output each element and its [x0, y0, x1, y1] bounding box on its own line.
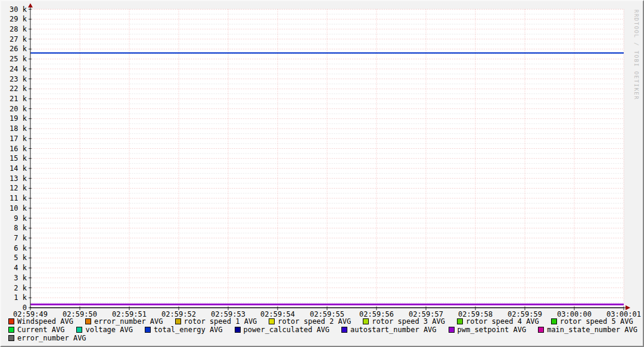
y-tick-label: 8 k — [14, 224, 27, 232]
legend-swatch-rotor-speed-4-avg — [457, 318, 463, 324]
y-tick-label: 26 k — [10, 45, 27, 53]
rrdtool-graph: 01 k2 k3 k4 k5 k6 k7 k8 k9 k10 k11 k12 k… — [0, 0, 644, 347]
y-tick-label: 19 k — [10, 114, 27, 123]
legend-label: error_number AVG — [94, 317, 163, 326]
legend-item-rotor-speed-1-avg: rotor speed 1 AVG — [175, 317, 257, 326]
y-tick-label: 1 k — [14, 293, 27, 302]
legend-swatch-total-energy-avg — [145, 327, 151, 333]
legend-item-main-state-number-avg: main_state_number AVG — [538, 326, 637, 334]
x-axis-arrow — [626, 305, 630, 310]
legend-item-error-number-avg: error_number AVG — [85, 317, 163, 326]
legend-swatch-voltage-avg — [76, 327, 82, 333]
y-tick-label: 14 k — [10, 164, 27, 173]
y-tick-label: 7 k — [14, 234, 27, 242]
legend-swatch-power-calculated-avg — [235, 327, 241, 333]
legend-label: main_state_number AVG — [547, 326, 637, 334]
legend-swatch-rotor-speed-2-avg — [269, 318, 275, 324]
y-tick-label: 10 k — [10, 204, 27, 212]
legend-swatch-rotor-speed-1-avg — [175, 318, 181, 324]
legend-label: rotor speed 5 AVG — [560, 317, 633, 326]
legend-swatch-autostart-number-avg — [341, 327, 347, 333]
y-tick-label: 16 k — [10, 145, 27, 153]
legend-swatch-main-state-number-avg — [538, 327, 544, 333]
chart-plot: 01 k2 k3 k4 k5 k6 k7 k8 k9 k10 k11 k12 k… — [1, 1, 643, 346]
y-tick-label: 15 k — [10, 154, 27, 162]
legend-item-error-number-avg: error_number AVG — [8, 334, 86, 342]
y-tick-label: 5 k — [14, 254, 27, 262]
legend-swatch-error-number-avg — [85, 318, 91, 324]
legend-label: rotor speed 3 AVG — [372, 317, 445, 326]
legend-swatch-current-avg — [8, 327, 14, 333]
legend-swatch-windspeed-avg — [8, 318, 14, 324]
y-tick-label: 9 k — [14, 214, 27, 223]
y-tick-label: 18 k — [10, 124, 27, 133]
legend-label: pwm_setpoint AVG — [458, 326, 527, 334]
legend-label: rotor speed 2 AVG — [278, 317, 351, 326]
y-tick-label: 22 k — [10, 85, 27, 93]
legend-swatch-rotor-speed-5-avg — [551, 318, 557, 324]
legend-label: error_number AVG — [17, 334, 86, 342]
y-tick-label: 3 k — [14, 274, 27, 282]
legend-row: error_number AVG — [8, 334, 640, 342]
legend-item-rotor-speed-4-avg: rotor speed 4 AVG — [457, 317, 539, 326]
y-tick-label: 28 k — [10, 25, 27, 33]
y-tick-label: 12 k — [10, 184, 27, 192]
legend-item-rotor-speed-5-avg: rotor speed 5 AVG — [551, 317, 633, 326]
legend-label: Windspeed AVG — [17, 317, 73, 326]
legend-item-windspeed-avg: Windspeed AVG — [8, 317, 73, 326]
legend: Windspeed AVGerror_number AVGrotor speed… — [8, 317, 640, 342]
y-tick-label: 24 k — [10, 65, 27, 73]
y-axis-arrow — [28, 4, 33, 8]
watermark-text: RRDTOOL / TOBI OETIKER — [633, 10, 639, 100]
y-tick-label: 21 k — [10, 95, 27, 103]
legend-item-autostart-number-avg: autostart_number AVG — [341, 326, 437, 334]
legend-label: rotor speed 1 AVG — [184, 317, 257, 326]
y-tick-label: 25 k — [10, 55, 27, 63]
y-tick-label: 11 k — [10, 194, 27, 202]
y-tick-label: 4 k — [14, 264, 27, 272]
legend-row: Current AVGvoltage AVGtotal_energy AVGpo… — [8, 326, 640, 334]
legend-swatch-rotor-speed-3-avg — [363, 318, 369, 324]
y-tick-label: 2 k — [14, 284, 27, 292]
legend-item-total-energy-avg: total_energy AVG — [145, 326, 223, 334]
legend-label: rotor speed 4 AVG — [466, 317, 539, 326]
y-tick-label: 20 k — [10, 105, 27, 113]
legend-item-power-calculated-avg: power_calculated AVG — [235, 326, 330, 334]
y-tick-label: 29 k — [10, 15, 27, 23]
y-tick-label: 17 k — [10, 135, 27, 143]
legend-label: voltage AVG — [85, 326, 132, 334]
legend-item-rotor-speed-2-avg: rotor speed 2 AVG — [269, 317, 351, 326]
y-tick-label: 27 k — [10, 35, 27, 43]
y-tick-label: 30 k — [10, 5, 27, 14]
legend-label: autostart_number AVG — [350, 326, 437, 334]
legend-label: total_energy AVG — [154, 326, 223, 334]
legend-swatch-pwm-setpoint-avg — [449, 327, 455, 333]
legend-swatch-error-number-avg — [8, 335, 14, 341]
legend-item-pwm-setpoint-avg: pwm_setpoint AVG — [449, 326, 527, 334]
y-tick-label: 6 k — [14, 244, 27, 252]
legend-item-current-avg: Current AVG — [8, 326, 64, 334]
y-tick-label: 13 k — [10, 174, 27, 183]
legend-item-rotor-speed-3-avg: rotor speed 3 AVG — [363, 317, 445, 326]
legend-item-voltage-avg: voltage AVG — [76, 326, 132, 334]
legend-label: power_calculated AVG — [244, 326, 330, 334]
legend-label: Current AVG — [17, 326, 64, 334]
y-tick-label: 23 k — [10, 75, 27, 83]
legend-row: Windspeed AVGerror_number AVGrotor speed… — [8, 317, 640, 326]
